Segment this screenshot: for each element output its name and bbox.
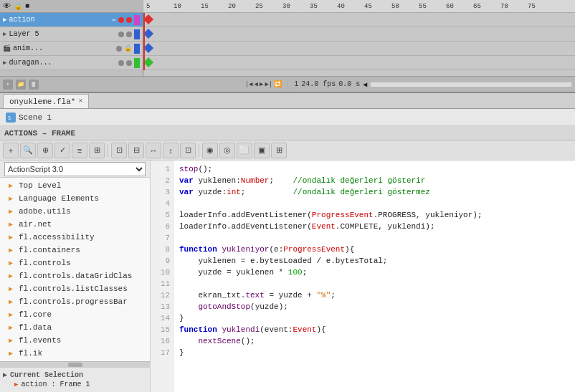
play-icon[interactable]: ▶ [260,80,263,88]
keyframe-anim [143,43,153,53]
layer-color-block [134,15,140,25]
book-item-language[interactable]: ▶ Language Elements [0,192,150,205]
frame-row-anim[interactable] [143,42,575,56]
actions-header: ACTIONS – FRAME [0,126,575,140]
folder-icon: ▶ [6,284,16,294]
layer-color-block [134,29,140,39]
scene-label: Scene 1 [19,113,52,122]
book-item-flcon[interactable]: ▶ fl.containers [0,244,150,257]
ruler-num: 45 [364,3,391,10]
book-item-fldata[interactable]: ▶ fl.data [0,321,150,334]
tab-onyukleme[interactable]: onyukleme.fla* × [3,94,89,108]
book-item-flctrl-dg[interactable]: ▶ fl.controls.dataGridClas [0,269,150,282]
tab-label: onyukleme.fla* [9,97,75,106]
actions-panel: ACTIONS – FRAME + 🔍 ⊕ ✓ ≡ ⊞ ⊡ ⊟ ↔ ↕ ⊡ ◉ … [0,126,575,392]
timeline-scrollbar[interactable] [370,82,572,87]
actions-body: ActionScript 3.0 ▶ Top Level ▶ Language … [0,161,575,392]
folder-icon: ▶ [6,232,16,242]
debug2-btn[interactable]: ⊡ [180,143,196,158]
frame-row-layer5[interactable] [143,27,575,42]
keyframe-layer5 [143,29,153,39]
playback-controls: |◀ ◀ ▶ ▶| 🔁 [245,80,282,88]
layer-color-block [134,58,140,68]
options-btn4[interactable]: ▣ [254,143,270,158]
layer-row-layer5[interactable]: ▶ Layer 5 [0,27,143,42]
book-item-airnet[interactable]: ▶ air.net [0,218,150,231]
new-layer-icon[interactable]: + [3,80,13,90]
playhead [143,27,145,42]
scroll-arrow[interactable]: ◀ [363,80,367,89]
book-item-label: fl.controls [19,259,71,267]
ruler-num: 5 [146,3,174,10]
expand-icon[interactable]: ▶ [3,371,7,379]
options-btn1[interactable]: ◉ [202,143,218,158]
layer-dot2 [126,17,132,23]
ruler: 5 10 15 20 25 30 35 40 45 50 55 60 65 70… [146,3,555,10]
scrollbar-thumb [68,363,82,367]
book-item-flcore[interactable]: ▶ fl.core [0,308,150,321]
book-item-toplevel[interactable]: ▶ Top Level [0,179,150,192]
playhead [143,42,145,56]
layer-icon: ▶ [3,30,6,38]
book-item-label: fl.accessibility [19,233,95,242]
ruler-num: 40 [337,3,364,10]
add-statement-btn[interactable]: + [3,143,19,158]
eye-icon[interactable]: 👁 [3,1,11,11]
frame-row-action[interactable] [143,13,575,27]
book-item-adobe[interactable]: ▶ adobe.utils [0,205,150,218]
auto-format-btn[interactable]: ≡ [72,143,87,158]
action-book-header: ActionScript 3.0 [0,161,150,178]
options-btn2[interactable]: ◎ [219,143,235,158]
check-syntax-btn[interactable]: ✓ [54,143,70,158]
folder-icon: ▶ [6,335,16,345]
book-item-flctrl[interactable]: ▶ fl.controls [0,257,150,269]
debug-btn[interactable]: ⊞ [89,143,105,158]
code-editor[interactable]: 12345 678910 1112131415 1617 stop(); var… [151,161,575,392]
expand-btn[interactable]: ⊟ [128,143,144,158]
tab-close-button[interactable]: × [78,97,82,105]
code-area[interactable]: stop(); var yuklenen:Number; //ondalık d… [174,161,575,392]
book-item-label: fl.events [19,336,61,345]
collapse-btn[interactable]: ⊡ [111,143,127,158]
prev-frame-icon[interactable]: ◀ [255,80,258,88]
insert-target-btn[interactable]: ⊕ [37,143,53,158]
layer-dot2 [126,60,132,66]
rewind-icon[interactable]: |◀ [245,80,253,88]
next-frame-icon[interactable]: ▶| [265,80,272,88]
book-item-flik[interactable]: ▶ fl.ik [0,347,150,360]
book-item-label: fl.containers [19,246,80,254]
options-btn5[interactable]: ⊞ [271,143,287,158]
layer-name: anim... [13,44,114,52]
layer-dot [118,17,124,23]
book-item-label: fl.core [19,310,52,319]
actionscript-version-select[interactable]: ActionScript 3.0 [4,162,146,176]
layer-row-action[interactable]: ▶ action ✏ [0,13,143,27]
actions-title: ACTIONS – FRAME [4,129,75,138]
delete-layer-icon[interactable]: 🗑 [29,80,39,90]
book-item-flacc[interactable]: ▶ fl.accessibility [0,231,150,244]
book-item-flctrl-lc[interactable]: ▶ fl.controls.listClasses [0,282,150,295]
timeline-footer: + 📁 🗑 |◀ ◀ ▶ ▶| 🔁 1 24.0 fps 0.0 s ◀ [0,76,575,92]
layer-row-duragan[interactable]: ▶ duragan... [0,56,143,70]
code-hint-btn[interactable]: ↕ [163,143,179,158]
book-scrollbar[interactable] [0,361,150,367]
book-item-flctrl-pb[interactable]: ▶ fl.controls.progressBar [0,295,150,308]
action-book-list: ▶ Top Level ▶ Language Elements ▶ adobe.… [0,178,150,361]
options-btn3[interactable]: ⬜ [237,143,252,158]
ruler-num: 30 [282,3,310,10]
apply-btn[interactable]: ↔ [146,143,161,158]
current-selection-item: ▶ action : Frame 1 [3,381,147,388]
lock-icon[interactable]: 🔒 [14,2,22,11]
find-btn[interactable]: 🔍 [20,143,36,158]
svg-text:S: S [8,115,11,121]
frame-row-duragan[interactable] [143,56,575,70]
book-item-flevents[interactable]: ▶ fl.events [0,334,150,347]
folder-icon: ▶ [6,219,16,229]
new-folder-icon[interactable]: 📁 [16,80,26,90]
layer-type-icon: ■ [25,2,29,10]
book-item-label: air.net [19,220,52,229]
loop-icon[interactable]: 🔁 [274,80,282,88]
selection-icon: ▶ [14,381,18,388]
layer-row-anim[interactable]: 🎬 anim... 🔒 [0,42,143,56]
folder-icon: ▶ [6,310,16,320]
